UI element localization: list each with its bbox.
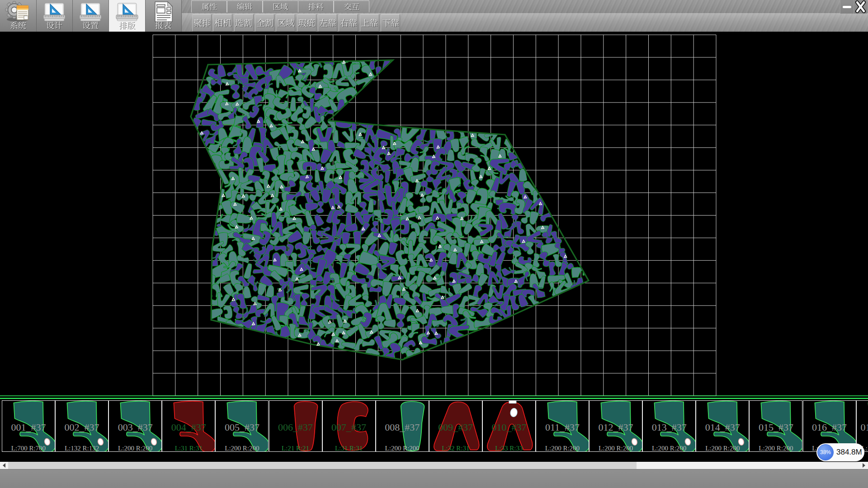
action-button-label bbox=[340, 19, 357, 27]
mode-button-3[interactable] bbox=[72, 0, 108, 32]
part-id-label: 001_#37 bbox=[2, 422, 55, 433]
part-cell-004_#37[interactable]: 004_#37L:31 R:31 bbox=[162, 400, 215, 452]
part-id-label: 006_#37 bbox=[269, 422, 322, 433]
action-button-10[interactable] bbox=[381, 14, 400, 32]
action-button-6[interactable] bbox=[297, 14, 316, 32]
menu-tab-3[interactable] bbox=[263, 0, 298, 13]
part-counts-label: L:700 R:700 bbox=[2, 445, 55, 452]
action-button-label bbox=[277, 19, 294, 27]
settings-ruler-icon bbox=[77, 1, 104, 23]
action-button-label bbox=[235, 19, 252, 27]
mode-button-2[interactable] bbox=[36, 0, 72, 32]
part-cell-012_#37[interactable]: 012_#37L:200 R:200 bbox=[589, 400, 642, 452]
mode-button-label bbox=[72, 21, 108, 29]
part-cell-013_#37[interactable]: 013_#37L:200 R:200 bbox=[642, 400, 696, 452]
system-gear-icon bbox=[4, 1, 32, 23]
part-cell-015_#37[interactable]: 015_#37L:200 R:200 bbox=[749, 400, 802, 452]
part-id-label: 005_#37 bbox=[216, 422, 268, 433]
action-button-label bbox=[193, 19, 211, 27]
menu-tab-label bbox=[202, 3, 217, 10]
part-counts-label: L:200 R:200 bbox=[376, 445, 429, 452]
design-ruler-icon bbox=[41, 1, 67, 23]
scrollbar-thumb[interactable] bbox=[8, 462, 637, 469]
part-counts-label: L:32 R:31 bbox=[429, 445, 482, 452]
action-button-2[interactable] bbox=[213, 14, 232, 32]
action-button-1[interactable] bbox=[192, 14, 212, 32]
nesting-canvas-svg bbox=[0, 33, 868, 399]
menu-tab-label bbox=[344, 3, 359, 10]
action-button-5[interactable] bbox=[276, 14, 295, 32]
part-id-label: 011_#37 bbox=[536, 422, 589, 433]
action-button-3[interactable] bbox=[234, 14, 254, 32]
part-cell-001_#37[interactable]: 001_#37L:700 R:700 bbox=[2, 400, 55, 452]
progress-percent: 38% bbox=[820, 449, 831, 455]
menu-tab-5[interactable] bbox=[334, 0, 369, 13]
mode-button-4-active[interactable] bbox=[109, 0, 145, 32]
part-cell-008_#37[interactable]: 008_#37L:200 R:200 bbox=[376, 400, 429, 452]
close-icon bbox=[854, 0, 867, 14]
menu-tab-2[interactable] bbox=[227, 0, 263, 13]
part-cell-009_#37[interactable]: 009_#37L:32 R:31 bbox=[429, 400, 482, 452]
minimize-button[interactable] bbox=[840, 0, 854, 14]
menu-tab-label bbox=[308, 3, 324, 10]
memory-value: 384.8M bbox=[836, 443, 862, 461]
part-id-label: 009_#37 bbox=[429, 422, 482, 433]
action-button-7[interactable] bbox=[318, 14, 337, 32]
part-counts-label: L:21 R:21 bbox=[269, 445, 322, 452]
main-mode-bar bbox=[0, 0, 181, 32]
part-counts-label: L:200 R:200 bbox=[536, 445, 589, 452]
parts-strip: 001_#37L:700 R:700002_#37L:132 R:132003_… bbox=[0, 399, 868, 462]
scroll-right-icon bbox=[863, 463, 865, 468]
part-id-label: 010_#37 bbox=[483, 422, 535, 433]
part-cell-005_#37[interactable]: 005_#37L:200 R:200 bbox=[215, 400, 269, 452]
status-bar bbox=[0, 469, 868, 488]
menu-tab-label bbox=[237, 3, 252, 10]
mode-button-label bbox=[36, 21, 72, 29]
nesting-ruler-icon bbox=[114, 1, 140, 23]
part-id-label: 002_#37 bbox=[56, 422, 108, 433]
part-counts-label: L:200 R:200 bbox=[750, 445, 802, 452]
scroll-left-button[interactable] bbox=[0, 462, 8, 469]
close-button[interactable] bbox=[854, 0, 867, 14]
action-button-8[interactable] bbox=[339, 14, 358, 32]
part-id-label: 012_#37 bbox=[590, 422, 642, 433]
part-counts-label: L:200 R:200 bbox=[109, 445, 161, 452]
scroll-left-icon bbox=[3, 463, 5, 468]
part-cell-007_#37[interactable]: 007_#37L:31 R:31 bbox=[322, 400, 376, 452]
mode-button-label bbox=[0, 21, 36, 29]
action-button-4[interactable] bbox=[255, 14, 274, 32]
progress-circle: 38% bbox=[817, 444, 834, 460]
nesting-canvas[interactable] bbox=[0, 33, 868, 399]
part-cell-003_#37[interactable]: 003_#37L:200 R:200 bbox=[108, 400, 162, 452]
part-cell-002_#37[interactable]: 002_#37L:132 R:132 bbox=[55, 400, 108, 452]
part-id-label: 016_#37 bbox=[803, 422, 856, 433]
part-counts-label: L:132 R:132 bbox=[56, 445, 108, 452]
mode-button-label bbox=[109, 21, 145, 29]
part-id-label: 008_#37 bbox=[376, 422, 429, 433]
action-button-9[interactable] bbox=[360, 14, 379, 32]
mode-button-5[interactable] bbox=[145, 0, 181, 32]
part-id-label: 003_#37 bbox=[109, 422, 161, 433]
action-button-label bbox=[319, 19, 336, 27]
menu-tab-1[interactable] bbox=[191, 0, 227, 13]
part-counts-label: L:31 R:31 bbox=[162, 445, 215, 452]
action-button-label bbox=[214, 19, 231, 27]
part-counts-label: L:200 R:200 bbox=[216, 445, 268, 452]
part-cell-014_#37[interactable]: 014_#37L:200 R:200 bbox=[696, 400, 749, 452]
menu-tab-label bbox=[273, 3, 288, 10]
part-counts-label: L:200 R:200 bbox=[590, 445, 642, 452]
mode-button-1[interactable] bbox=[0, 0, 36, 32]
part-counts-label: L:31 R:31 bbox=[323, 445, 375, 452]
minimize-icon bbox=[840, 0, 854, 14]
nested-pieces bbox=[189, 49, 590, 364]
window-controls bbox=[840, 0, 867, 14]
menu-tab-4[interactable] bbox=[298, 0, 334, 13]
part-cell-011_#37[interactable]: 011_#37L:200 R:200 bbox=[536, 400, 589, 452]
action-button-label bbox=[256, 19, 274, 27]
part-id-label: 014_#37 bbox=[696, 422, 749, 433]
part-cell-010_#37[interactable]: 010_#37L:33 R:33 bbox=[482, 400, 536, 452]
action-button-label bbox=[361, 19, 378, 27]
part-cell-006_#37[interactable]: 006_#37L:21 R:21 bbox=[269, 400, 322, 452]
scroll-right-button[interactable] bbox=[860, 462, 868, 469]
horizontal-scrollbar[interactable] bbox=[0, 462, 868, 469]
